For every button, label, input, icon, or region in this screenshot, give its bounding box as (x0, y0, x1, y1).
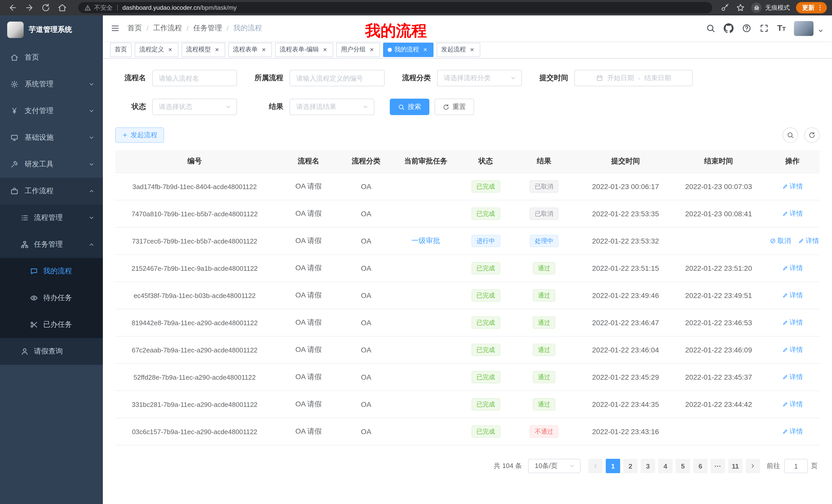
goto-page-input[interactable] (784, 459, 808, 473)
detail-action[interactable]: 详情 (782, 263, 803, 273)
view-tab[interactable]: 发起流程 × (437, 43, 480, 57)
detail-action[interactable]: 详情 (782, 427, 803, 436)
submit-time: 2022-01-22 23:51:15 (579, 255, 672, 282)
process-category-select[interactable]: 请选择流程分类 (437, 70, 522, 86)
page-number-button[interactable]: 2 (623, 459, 638, 473)
cancel-action[interactable]: 取消 (770, 236, 791, 246)
search-button[interactable]: 搜索 (390, 99, 430, 115)
result-select[interactable]: 请选择流结果 (289, 99, 374, 115)
view-tab[interactable]: 流程定义 × (135, 43, 178, 57)
page-number-button[interactable]: 11 (728, 459, 743, 473)
close-tab-icon[interactable]: × (422, 46, 429, 53)
browser-menu-icon[interactable] (816, 4, 824, 11)
view-tab[interactable]: 流程模型 × (182, 43, 225, 57)
breadcrumb-item[interactable]: 首页/ (128, 24, 153, 33)
close-tab-icon[interactable]: × (260, 46, 267, 53)
sidebar-item-infra[interactable]: 基础设施 (0, 124, 103, 151)
view-tab[interactable]: 用户分组 × (336, 43, 380, 57)
update-button[interactable]: 更新 (796, 2, 827, 13)
result-badge: 通过 (533, 316, 555, 329)
page-number-button[interactable]: ··· (711, 459, 725, 473)
sidebar-item-devtools[interactable]: 研发工具 (0, 151, 103, 178)
create-process-button[interactable]: 发起流程 (115, 128, 164, 143)
close-tab-icon[interactable]: × (213, 46, 220, 53)
sidebar-collapse-icon[interactable] (103, 24, 128, 33)
sidebar-item-payment[interactable]: 支付管理 (0, 97, 103, 124)
browser-home-icon[interactable] (58, 3, 67, 12)
task-submenu: 我的流程 待办任务 已办任务 (0, 258, 103, 338)
page-size-select[interactable]: 10条/页 (528, 459, 580, 473)
process-name: OA 请假 (274, 336, 343, 363)
bookmark-star-icon[interactable] (736, 3, 745, 12)
goto-label-prefix: 前往 (767, 461, 780, 471)
reset-button[interactable]: 重置 (435, 99, 474, 115)
sidebar-item-done-tasks[interactable]: 已办任务 (0, 311, 103, 338)
chevron-up-icon (88, 188, 95, 194)
process-name-input[interactable] (152, 70, 237, 86)
current-task-link[interactable]: 一级审批 (411, 236, 440, 246)
avatar-caret-icon[interactable] (817, 27, 824, 34)
next-page-button[interactable] (746, 459, 760, 473)
detail-action[interactable]: 详情 (782, 372, 803, 382)
view-tab[interactable]: 流程表单-编辑 × (275, 43, 333, 57)
page-number-button[interactable]: 5 (676, 459, 690, 473)
page-number-button[interactable]: 3 (641, 459, 655, 473)
sidebar-item-process-mgmt[interactable]: 流程管理 (0, 204, 103, 231)
sidebar-item-home[interactable]: 首页 (0, 44, 103, 71)
close-tab-icon[interactable]: × (468, 46, 476, 53)
browser-back-icon[interactable] (8, 3, 18, 12)
row-actions: 详情 (765, 363, 820, 391)
process-category: OA (343, 391, 389, 418)
detail-action[interactable]: 详情 (782, 291, 803, 300)
toggle-search-button[interactable] (783, 128, 798, 143)
submit-time-range[interactable]: 开始日期 - 结束日期 (574, 70, 693, 86)
sidebar-item-workflow[interactable]: 工作流程 (0, 178, 103, 204)
browser-reload-icon[interactable] (41, 3, 50, 12)
pagination: 共 104 条 10条/页 1 2 3 4 5 (115, 459, 820, 494)
refresh-table-button[interactable] (804, 128, 820, 143)
row-actions: 详情 (765, 173, 820, 200)
breadcrumb-item[interactable]: 我的流程 (233, 24, 262, 33)
sidebar-item-task-mgmt[interactable]: 任务管理 (0, 231, 103, 258)
detail-action[interactable]: 详情 (782, 318, 803, 327)
github-icon[interactable] (724, 23, 734, 33)
help-icon[interactable] (742, 24, 752, 33)
detail-action[interactable]: 详情 (782, 182, 803, 191)
breadcrumb-item[interactable]: 工作流程/ (153, 24, 193, 33)
page-number-button[interactable]: 6 (693, 459, 707, 473)
browser-forward-icon[interactable] (25, 3, 34, 12)
edit-icon (798, 238, 804, 244)
detail-action[interactable]: 详情 (782, 209, 803, 218)
detail-action[interactable]: 详情 (798, 236, 819, 246)
prev-page-button[interactable] (588, 459, 603, 473)
status-select[interactable]: 请选择状态 (152, 99, 237, 115)
sidebar-item-my-process[interactable]: 我的流程 (0, 258, 103, 285)
edit-icon (782, 184, 788, 190)
detail-action[interactable]: 详情 (782, 345, 803, 355)
sidebar-item-todo-tasks[interactable]: 待办任务 (0, 285, 103, 311)
font-size-icon[interactable]: TT (777, 24, 786, 32)
password-key-icon[interactable] (721, 3, 730, 12)
close-tab-icon[interactable]: × (166, 46, 174, 53)
process-def-input[interactable] (289, 70, 385, 86)
breadcrumb-item[interactable]: 任务管理/ (193, 24, 233, 33)
process-name: OA 请假 (274, 282, 343, 309)
table-row: 3ad174fb-7b9d-11ec-8404-acde48001122 OA … (115, 173, 820, 200)
detail-action[interactable]: 详情 (782, 400, 803, 409)
view-tab[interactable]: 首页 (110, 43, 132, 57)
sidebar-item-system[interactable]: 系统管理 (0, 71, 103, 97)
page-number-button[interactable]: 1 (606, 459, 620, 473)
view-tab-label: 发起流程 (441, 45, 466, 54)
sidebar-item-leave-query[interactable]: 请假查询 (0, 338, 103, 365)
browser-address-bar[interactable]: 不安全 dashboard.yudao.iocoder.cn/bpm/task/… (78, 2, 712, 13)
view-tab[interactable]: 流程表单 × (228, 43, 272, 57)
view-tab[interactable]: 我的流程 × (383, 43, 434, 57)
url-path: /bpm/task/my (200, 4, 237, 11)
result-badge: 通过 (533, 344, 555, 356)
close-tab-icon[interactable]: × (368, 46, 375, 53)
fullscreen-icon[interactable] (760, 24, 769, 33)
avatar[interactable] (794, 21, 813, 36)
page-number-button[interactable]: 4 (658, 459, 673, 473)
search-icon[interactable] (706, 24, 716, 33)
close-tab-icon[interactable]: × (321, 46, 329, 53)
